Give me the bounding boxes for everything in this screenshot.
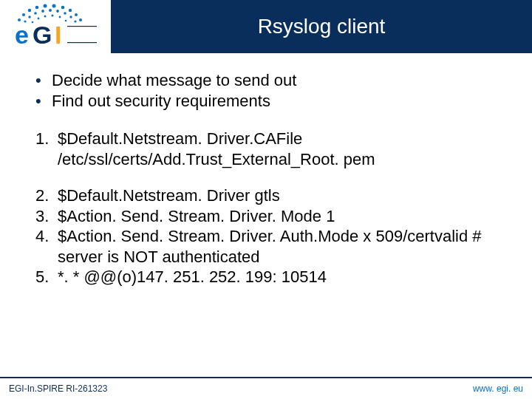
numbered-item: $Default.Netstream. Driver gtls: [35, 185, 504, 206]
numbered-item: *. * @@(o)147. 251. 252. 199: 10514: [35, 267, 504, 287]
svg-point-12: [34, 12, 37, 15]
svg-point-8: [75, 13, 78, 16]
svg-point-20: [38, 18, 40, 20]
svg-point-6: [61, 6, 65, 10]
svg-point-18: [74, 20, 76, 22]
svg-text:G: G: [33, 21, 52, 49]
svg-point-22: [52, 15, 54, 17]
bullet-item: Decide what message to send out: [35, 70, 504, 91]
bullet-item: Find out security requirements: [35, 91, 504, 112]
numbered-item: $Action. Send. Stream. Driver. Mode 1: [35, 206, 504, 227]
logo: e G I: [0, 0, 111, 53]
svg-point-3: [35, 6, 39, 10]
svg-point-23: [59, 16, 61, 18]
svg-point-9: [79, 18, 82, 21]
title-block: Rsyslog client: [111, 0, 532, 53]
svg-point-15: [56, 10, 59, 13]
svg-point-17: [69, 16, 72, 18]
svg-point-21: [44, 16, 47, 18]
footer-right-link[interactable]: www. egi. eu: [473, 383, 523, 394]
numbered-list-cont: $Default.Netstream. Driver gtls $Action.…: [35, 185, 504, 287]
svg-rect-28: [67, 26, 97, 27]
svg-point-24: [65, 20, 67, 22]
egi-logo-icon: e G I: [4, 4, 106, 51]
svg-point-4: [44, 4, 47, 8]
header-bar: e G I Rsyslog client: [0, 0, 532, 53]
svg-point-2: [28, 9, 31, 12]
numbered-list: $Default.Netstream. Driver.CAFile /etc/s…: [35, 129, 504, 169]
svg-point-11: [28, 16, 30, 18]
svg-point-13: [41, 10, 44, 13]
svg-point-5: [52, 4, 56, 8]
svg-point-16: [64, 12, 66, 15]
bullet-list: Decide what message to send out Find out…: [35, 70, 504, 111]
svg-text:I: I: [55, 21, 61, 49]
svg-point-7: [69, 9, 72, 12]
slide-content: Decide what message to send out Find out…: [0, 70, 532, 287]
footer: EGI-In.SPIRE RI-261323 www. egi. eu: [0, 377, 532, 399]
svg-rect-29: [67, 42, 97, 43]
svg-text:e: e: [15, 21, 29, 49]
slide-title: Rsyslog client: [258, 15, 386, 38]
numbered-item: $Default.Netstream. Driver.CAFile /etc/s…: [35, 129, 504, 169]
svg-point-14: [49, 9, 52, 12]
svg-point-1: [22, 13, 25, 16]
footer-left-text: EGI-In.SPIRE RI-261323: [9, 383, 107, 394]
numbered-item: $Action. Send. Stream. Driver. Auth.Mode…: [35, 226, 504, 267]
